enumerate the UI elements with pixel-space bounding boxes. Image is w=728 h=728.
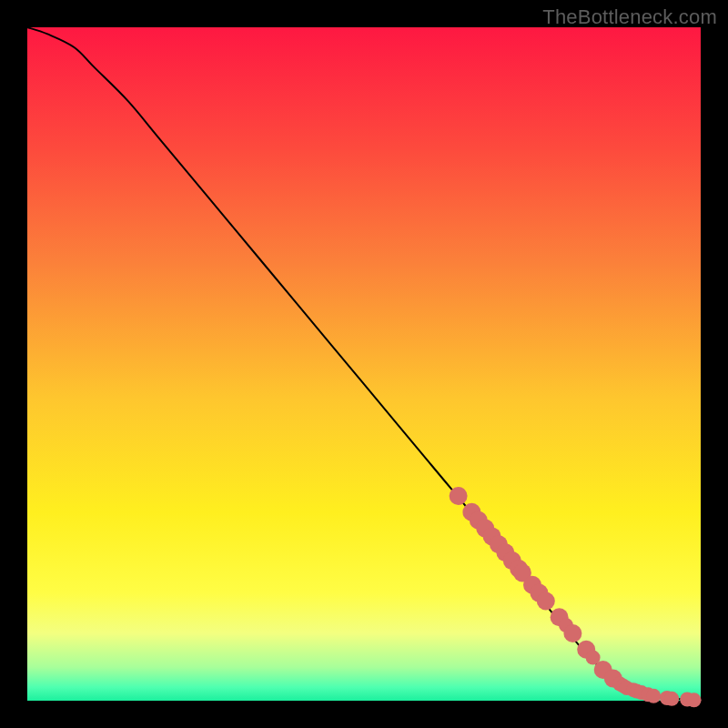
- data-point: [563, 624, 581, 642]
- data-point: [664, 692, 679, 706]
- data-point: [687, 693, 702, 707]
- data-point: [450, 487, 468, 505]
- curve-layer: [27, 27, 701, 701]
- plot-area: [27, 27, 701, 701]
- watermark-label: TheBottleneck.com: [542, 5, 717, 29]
- markers-group: [450, 487, 702, 707]
- chart-stage: TheBottleneck.com: [0, 0, 728, 728]
- data-point: [537, 592, 555, 611]
- main-curve: [27, 27, 701, 700]
- data-point: [646, 689, 661, 703]
